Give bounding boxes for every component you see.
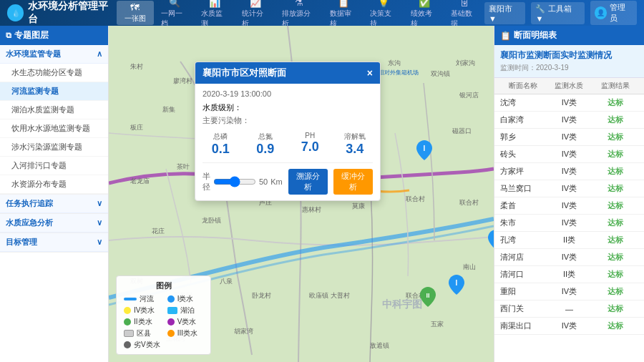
- radius-value: 50: [259, 177, 268, 186]
- legend-class3-color: [167, 330, 175, 337]
- cell-name: 白家湾: [500, 114, 546, 125]
- cell-quality: IV类: [546, 114, 592, 125]
- sidebar-item-river[interactable]: 河流监测专题: [0, 82, 108, 101]
- marker-6[interactable]: I: [449, 275, 464, 297]
- right-panel-title: 襄阳市监测断面实时监测情况: [500, 49, 638, 62]
- sidebar-item-resource[interactable]: 水资源分布专题: [0, 175, 108, 194]
- table-row[interactable]: 方家坪 IV类 达标: [494, 163, 644, 180]
- metric-total-n: 总氮 0.9: [248, 132, 284, 157]
- sidebar-group-target[interactable]: 目标管理 ∨: [0, 233, 108, 252]
- col-name: 断面名称: [500, 81, 546, 91]
- table-row[interactable]: 重阳 IV类 达标: [494, 283, 644, 300]
- popup-header: 襄阳市市区对照断面 ×: [195, 62, 380, 84]
- table-row[interactable]: 西门关 — 达标: [494, 300, 644, 318]
- marker-5[interactable]: II: [420, 287, 436, 309]
- legend-class5: V类水: [167, 317, 204, 327]
- sidebar-item-ecology[interactable]: 水生态功能分区专题: [0, 64, 108, 82]
- popup-body: 2020-3-19 13:00:00 水质级别： 主要污染物： 总磷 0.1 总…: [195, 84, 380, 200]
- table-row[interactable]: 沈湾 IV类 达标: [494, 94, 644, 112]
- legend-bad-color: [124, 341, 131, 348]
- sidebar-item-outfall[interactable]: 入河排污口专题: [0, 157, 108, 175]
- svg-text:花庄: 花庄: [152, 228, 165, 235]
- cell-name: 西门关: [500, 303, 546, 314]
- cell-name: 沈湾: [500, 97, 546, 108]
- marker-3[interactable]: I: [416, 140, 432, 162]
- table-row[interactable]: 孔湾 II类 达标: [494, 232, 644, 249]
- svg-text:八泉: 八泉: [220, 278, 233, 285]
- cell-quality: IV类: [546, 286, 592, 297]
- legend-class-bad: 劣V类水: [124, 340, 160, 350]
- cell-name: 清河店: [500, 252, 546, 263]
- legend-lake-color: [167, 307, 177, 314]
- radius-slider[interactable]: [213, 176, 256, 187]
- cell-quality: IV类: [546, 149, 592, 160]
- svg-text:欧庙镇 大普村: 欧庙镇 大普村: [309, 292, 350, 299]
- table-row[interactable]: 柔首 IV类 达标: [494, 197, 644, 215]
- sidebar-group-env[interactable]: 水环境监管专题 ∧: [0, 45, 108, 64]
- map-area[interactable]: 朱村 廖湾村 金牛村 板庄 新集 新集 老龙庙 茶叶 马家湾 龙湾集镇 王岗 双…: [109, 26, 494, 362]
- marker-4[interactable]: I: [488, 230, 494, 252]
- svg-text:五家: 五家: [431, 321, 444, 328]
- table-row[interactable]: 白家湾 IV类 达标: [494, 112, 644, 129]
- cell-name: 孔湾: [500, 235, 546, 245]
- app-title: 水环境分析管理平台: [28, 0, 116, 26]
- cell-quality: IV类: [546, 200, 592, 211]
- admin-avatar: 👤: [595, 6, 607, 19]
- svg-text:板庄: 板庄: [130, 124, 143, 131]
- svg-text:银河店: 银河店: [459, 92, 479, 99]
- location-selector[interactable]: 襄阳市 ▼: [484, 2, 526, 24]
- legend-class1: I类水: [167, 294, 204, 304]
- table-row[interactable]: 南渠出口 IV类 达标: [494, 318, 644, 335]
- sidebar-group-emergency[interactable]: 水质应急分析 ∨: [0, 214, 108, 233]
- cell-status: 达标: [592, 235, 638, 245]
- col-status: 监测结果: [592, 81, 638, 91]
- metric-ph: PH 7.0: [292, 132, 328, 157]
- svg-text:II: II: [426, 292, 429, 299]
- popup-date: 2020-3-19 13:00:00: [203, 89, 373, 98]
- cell-name: 柔首: [500, 200, 546, 211]
- sidebar-group-task[interactable]: 任务执行追踪 ∨: [0, 195, 108, 213]
- admin-menu[interactable]: 👤 管理员: [590, 1, 637, 25]
- legend-class1-color: [167, 295, 175, 303]
- source-analysis-button[interactable]: 溯源分析: [288, 169, 328, 195]
- sidebar: ⧉ 专题图层 水环境监管专题 ∧ 水生态功能分区专题 河流监测专题 湖泊水质监测…: [0, 26, 109, 362]
- table-row[interactable]: 郭乡 IV类 达标: [494, 129, 644, 146]
- legend-class5-color: [167, 318, 175, 326]
- svg-text:双沟镇: 双沟镇: [431, 70, 450, 77]
- cell-quality: II类: [546, 235, 592, 245]
- svg-text:敌遮镇: 敌遮镇: [370, 342, 389, 349]
- cell-status: 达标: [592, 183, 638, 194]
- sidebar-item-drinking[interactable]: 饮用水水源地监测专题: [0, 119, 108, 138]
- sidebar-item-lake[interactable]: 湖泊水质监测专题: [0, 101, 108, 119]
- cell-quality: —: [546, 305, 592, 313]
- radius-unit: Km: [270, 177, 283, 186]
- table-row[interactable]: 砖头 IV类 达标: [494, 146, 644, 163]
- popup-footer: 半径 50 Km 溯源分析 缓冲分析: [203, 169, 373, 195]
- cell-name: 砖头: [500, 149, 546, 160]
- cell-status: 达标: [592, 149, 638, 160]
- app-header: 💧 水环境分析管理平台 🗺一张图🔍一网一档📊水质监测📈统计分析⚗排放源分析📋数据…: [0, 0, 644, 26]
- table-row[interactable]: 马兰窝口 IV类 达标: [494, 180, 644, 197]
- legend-county-color: [124, 330, 134, 337]
- sidebar-item-pollution[interactable]: 涉水污染源监测专题: [0, 138, 108, 157]
- cell-quality: IV类: [546, 183, 592, 194]
- svg-text:卧龙村: 卧龙村: [252, 292, 271, 299]
- cell-status: 达标: [592, 166, 638, 177]
- cell-status: 达标: [592, 321, 638, 331]
- cell-quality: IV类: [546, 132, 592, 142]
- legend-river: 河流: [124, 294, 160, 304]
- cell-quality: IV类: [546, 252, 592, 263]
- nav-item-one-map[interactable]: 🗺一张图: [117, 1, 154, 25]
- right-panel-title-area: 襄阳市监测断面实时监测情况 监测时间：2020-3-19: [494, 45, 644, 78]
- toolbar-button[interactable]: 🔧 工具箱 ▼: [531, 2, 584, 24]
- table-row[interactable]: 清河口 II类 达标: [494, 266, 644, 283]
- popup-close-button[interactable]: ×: [367, 67, 373, 79]
- right-panel-header: 📋 断面明细表: [494, 26, 644, 45]
- buffer-analysis-button[interactable]: 缓冲分析: [333, 169, 373, 195]
- sidebar-section-target: 目标管理 ∨: [0, 233, 108, 253]
- svg-text:茶叶: 茶叶: [177, 163, 190, 170]
- legend-class4: IV类水: [124, 305, 160, 315]
- table-row[interactable]: 朱市 IV类 达标: [494, 215, 644, 232]
- table-row[interactable]: 清河店 IV类 达标: [494, 249, 644, 266]
- svg-text:联合村: 联合村: [459, 199, 479, 206]
